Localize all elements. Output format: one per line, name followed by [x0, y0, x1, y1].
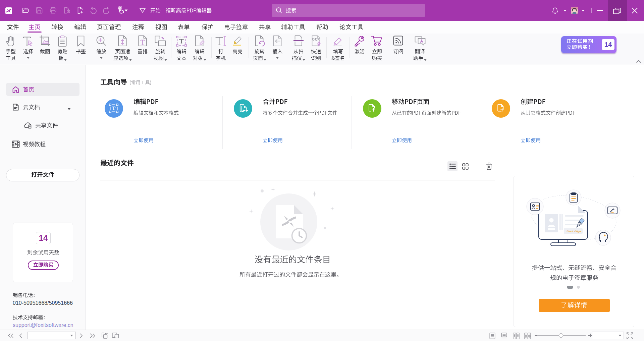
- svg-text:Foxit eSign: Foxit eSign: [566, 229, 581, 233]
